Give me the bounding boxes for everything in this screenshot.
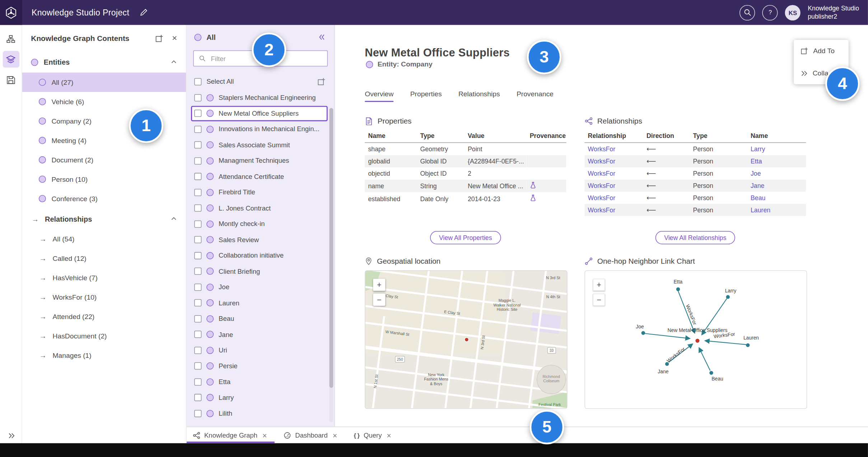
zoom-out-button[interactable]: − <box>593 294 605 306</box>
item-checkbox[interactable] <box>194 283 201 291</box>
scrollbar-track[interactable] <box>329 108 333 422</box>
list-item[interactable]: Sales Review <box>191 232 328 248</box>
list-item[interactable]: Montly check-in <box>191 216 328 232</box>
entity-filter-vehicle[interactable]: Vehicle (6) <box>22 92 186 111</box>
map-canvas[interactable]: W Clay St E Clay St W Marshall St N 1st … <box>365 271 567 408</box>
tab-dashboard[interactable]: Dashboard <box>284 427 337 443</box>
close-tab-icon[interactable] <box>262 431 267 439</box>
relationship-link[interactable]: WorksFor <box>584 192 643 204</box>
entity-link[interactable]: Joe <box>747 167 806 180</box>
add-to-new-icon[interactable] <box>154 33 164 43</box>
entity-link[interactable]: Jane <box>747 180 806 192</box>
zoom-in-button[interactable]: + <box>593 279 605 291</box>
item-checkbox[interactable] <box>194 236 201 243</box>
item-checkbox[interactable] <box>194 363 201 370</box>
provenance-flask-icon[interactable] <box>530 182 537 189</box>
tab-query[interactable]: { } Query <box>354 427 391 443</box>
list-item-selected[interactable]: New Metal Office Suppliers <box>191 106 328 121</box>
relationship-filter-manages[interactable]: Manages (1) <box>22 346 186 365</box>
item-checkbox[interactable] <box>194 157 201 165</box>
item-checkbox[interactable] <box>194 299 201 306</box>
item-checkbox[interactable] <box>194 331 201 338</box>
save-icon[interactable] <box>3 71 19 88</box>
tab-provenance[interactable]: Provenance <box>517 90 554 102</box>
list-item[interactable]: L. Jones Contract <box>191 200 328 216</box>
entity-filter-conference[interactable]: Conference (3) <box>22 189 186 208</box>
item-checkbox[interactable] <box>194 220 201 227</box>
item-checkbox[interactable] <box>194 204 201 212</box>
list-item[interactable]: Client Briefing <box>191 263 328 279</box>
add-to-new-icon[interactable] <box>316 76 326 87</box>
relationship-link[interactable]: WorksFor <box>584 204 643 216</box>
item-checkbox[interactable] <box>194 315 201 322</box>
expand-rail-icon[interactable] <box>0 431 22 440</box>
list-item[interactable]: Managment Techniques <box>191 153 328 169</box>
list-item[interactable]: Collaboration initiative <box>191 248 328 263</box>
link-chart-canvas[interactable]: Etta Larry Joe Lauren Jane Beau New Meta… <box>585 271 807 408</box>
relationship-link[interactable]: WorksFor <box>584 155 643 167</box>
list-item[interactable]: Lauren <box>191 295 328 311</box>
item-checkbox[interactable] <box>194 110 201 117</box>
list-item[interactable]: Beau <box>191 311 328 327</box>
entity-link[interactable]: Beau <box>747 192 806 204</box>
item-checkbox[interactable] <box>194 189 201 196</box>
list-item[interactable]: Firebird Title <box>191 184 328 200</box>
tab-knowledge-graph[interactable]: Knowledge Graph <box>193 427 267 443</box>
close-tab-icon[interactable] <box>387 431 391 439</box>
entity-filter-person[interactable]: Person (10) <box>22 170 186 189</box>
relationship-filter-hasdocument[interactable]: HasDocument (2) <box>22 326 186 346</box>
close-panel-icon[interactable] <box>171 33 178 44</box>
tab-overview[interactable]: Overview <box>365 90 393 102</box>
zoom-out-button[interactable]: − <box>373 294 385 306</box>
user-info[interactable]: Knowledge Studio publisher2 <box>808 5 859 20</box>
item-checkbox[interactable] <box>194 126 201 133</box>
entity-link[interactable]: Larry <box>747 143 806 155</box>
item-checkbox[interactable] <box>194 142 201 149</box>
relationship-filter-hasvehicle[interactable]: HasVehicle (7) <box>22 268 186 287</box>
entity-filter-meeting[interactable]: Meeting (4) <box>22 131 186 150</box>
list-item[interactable]: Etta <box>191 374 328 390</box>
item-checkbox[interactable] <box>194 347 201 354</box>
entity-filter-document[interactable]: Document (2) <box>22 150 186 170</box>
edit-title-icon[interactable] <box>138 7 149 18</box>
relationship-link[interactable]: WorksFor <box>584 167 643 180</box>
search-icon[interactable] <box>740 5 755 20</box>
list-item[interactable]: Innovations in Mechanical Engin... <box>191 121 328 137</box>
relationship-link[interactable]: WorksFor <box>584 143 643 155</box>
view-all-relationships-button[interactable]: View All Relationships <box>655 231 735 244</box>
app-logo-icon[interactable] <box>0 0 22 25</box>
item-checkbox[interactable] <box>194 173 201 180</box>
entity-link[interactable]: Etta <box>747 155 806 167</box>
list-item[interactable]: Joe <box>191 279 328 295</box>
provenance-flask-icon[interactable] <box>530 194 537 202</box>
list-item[interactable]: Jane <box>191 327 328 342</box>
view-all-properties-button[interactable]: View All Properties <box>430 231 501 244</box>
relationship-filter-all[interactable]: All (54) <box>22 229 186 249</box>
list-item[interactable]: Lilith <box>191 406 328 421</box>
tab-relationships[interactable]: Relationships <box>458 90 500 102</box>
item-checkbox[interactable] <box>194 394 201 401</box>
relationships-section-header[interactable]: Relationships <box>22 208 186 230</box>
scrollbar-thumb[interactable] <box>329 108 333 388</box>
relationship-filter-worksfor[interactable]: WorksFor (10) <box>22 287 186 307</box>
help-icon[interactable]: ? <box>762 5 778 20</box>
hierarchy-icon[interactable] <box>3 31 19 47</box>
list-item[interactable]: Larry <box>191 390 328 406</box>
list-item[interactable]: Attendance Certificate <box>191 169 328 185</box>
item-checkbox[interactable] <box>194 410 201 417</box>
zoom-in-button[interactable]: + <box>373 279 385 291</box>
map-location-marker[interactable] <box>465 338 468 342</box>
relationship-link[interactable]: WorksFor <box>584 180 643 192</box>
list-item[interactable]: Persie <box>191 358 328 374</box>
collapse-panel-icon[interactable] <box>317 32 327 42</box>
entity-filter-all[interactable]: All (27) <box>22 73 186 92</box>
collapse-entities-icon[interactable] <box>171 59 177 65</box>
list-item[interactable]: Sales Associate Summit <box>191 137 328 153</box>
relationship-filter-attended[interactable]: Attended (22) <box>22 307 186 326</box>
item-checkbox[interactable] <box>194 94 201 101</box>
entity-link[interactable]: Lauren <box>747 204 806 216</box>
tab-properties[interactable]: Properties <box>410 90 442 102</box>
collapse-relationships-icon[interactable] <box>171 216 177 222</box>
item-checkbox[interactable] <box>194 378 201 386</box>
relationship-filter-called[interactable]: Called (12) <box>22 249 186 268</box>
